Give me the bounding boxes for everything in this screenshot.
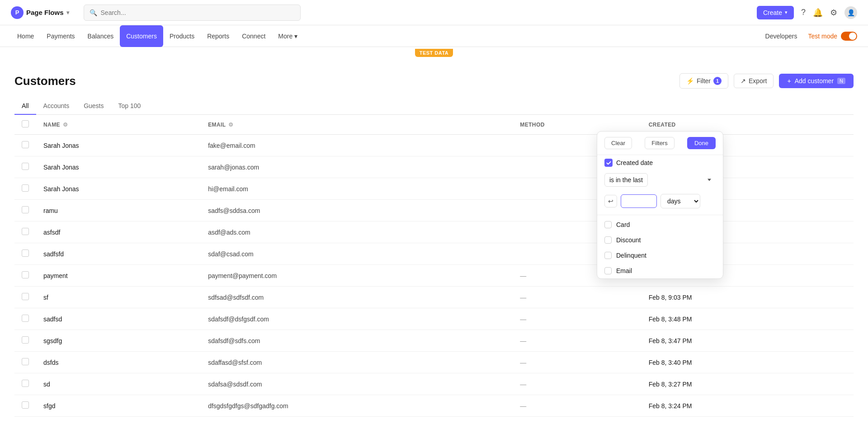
tab-guests[interactable]: Guests: [76, 98, 111, 115]
card-checkbox[interactable]: [604, 221, 612, 228]
tab-accounts[interactable]: Accounts: [36, 98, 77, 115]
row-name-cell: ramu: [36, 200, 201, 222]
table-body: Sarah Jonas fake@email.com Feb 14, 10:50…: [14, 135, 854, 417]
filter-condition-select[interactable]: is in the last is before is after is bet…: [604, 173, 648, 187]
filter-number-input[interactable]: [621, 194, 657, 208]
table-row[interactable]: Sarah Jonas fake@email.com Feb 14, 10:50…: [14, 135, 854, 156]
filter-button[interactable]: ⚡ Filter 1: [679, 73, 728, 89]
table-row[interactable]: sfgd dfsgdsfgdfgs@sdfgadfg.com — Feb 8, …: [14, 395, 854, 417]
avatar[interactable]: 👤: [844, 6, 857, 19]
test-data-badge: TEST DATA: [415, 49, 453, 57]
row-select-cell: [14, 200, 36, 222]
table-row[interactable]: sd sdafsa@sdsdf.com — Feb 8, 3:27 PM: [14, 373, 854, 395]
row-checkbox[interactable]: [22, 271, 29, 278]
nav-item-products[interactable]: Products: [163, 25, 201, 47]
row-checkbox[interactable]: [22, 401, 29, 409]
email-col-settings-icon[interactable]: ⚙: [228, 122, 233, 128]
row-checkbox[interactable]: [22, 206, 29, 213]
table-row[interactable]: sgsdfg sdafsdf@sdfs.com — Feb 8, 3:47 PM: [14, 330, 854, 352]
filter-back-button[interactable]: ↩: [604, 195, 617, 207]
filter-days-select[interactable]: days weeks months: [660, 194, 700, 208]
help-icon[interactable]: ?: [801, 8, 806, 17]
select-all-checkbox[interactable]: [22, 120, 29, 127]
table-row[interactable]: sadfsd sdafsdf@dsfgsdf.com — Feb 8, 3:48…: [14, 308, 854, 330]
test-mode-toggle[interactable]: [841, 32, 857, 41]
row-checkbox[interactable]: [22, 358, 29, 365]
row-checkbox[interactable]: [22, 163, 29, 170]
customers-table-container: NAME ⚙ EMAIL ⚙ METHOD CREATED: [14, 115, 854, 417]
filter-clear-button[interactable]: Clear: [604, 137, 632, 149]
table-row[interactable]: Sarah Jonas sarah@jonas.com Feb 14, 10:3…: [14, 156, 854, 178]
discount-checkbox[interactable]: [604, 236, 612, 244]
gear-icon[interactable]: ⚙: [830, 8, 837, 18]
developers-link[interactable]: Developers: [765, 33, 797, 40]
search-bar[interactable]: 🔍: [84, 5, 301, 21]
filter-option-card[interactable]: Card: [597, 217, 723, 232]
discount-label: Discount: [616, 236, 641, 244]
row-email-cell: asdf@ads.com: [201, 222, 513, 243]
email-label: Email: [616, 267, 632, 274]
row-checkbox[interactable]: [22, 184, 29, 192]
tab-top100[interactable]: Top 100: [111, 98, 148, 115]
row-select-cell: [14, 308, 36, 330]
search-icon: 🔍: [90, 9, 97, 16]
row-method-cell: —: [513, 308, 641, 330]
export-button[interactable]: ↗ Export: [734, 74, 774, 88]
bell-icon[interactable]: 🔔: [813, 8, 823, 18]
table-row[interactable]: asfsdf asdf@ads.com Feb 8, 9:22 PM: [14, 222, 854, 243]
table-row[interactable]: dsfds sdaffasd@sfsf.com — Feb 8, 3:40 PM: [14, 352, 854, 373]
filter-dropdown: Clear Filters Done Created date is in th…: [597, 131, 723, 279]
filter-filters-button[interactable]: Filters: [645, 137, 674, 149]
row-select-cell: [14, 352, 36, 373]
row-select-cell: [14, 156, 36, 178]
col-email: EMAIL ⚙: [201, 115, 513, 135]
filter-divider-1: [597, 215, 723, 215]
nav-item-balances[interactable]: Balances: [81, 25, 120, 47]
filter-option-email[interactable]: Email: [597, 263, 723, 278]
row-checkbox[interactable]: [22, 228, 29, 235]
nav-item-payments[interactable]: Payments: [40, 25, 81, 47]
create-button[interactable]: Create ▾: [757, 6, 794, 19]
nav-item-reports[interactable]: Reports: [201, 25, 236, 47]
email-checkbox[interactable]: [604, 267, 612, 274]
card-label: Card: [616, 221, 630, 228]
row-checkbox[interactable]: [22, 141, 29, 148]
row-checkbox[interactable]: [22, 380, 29, 387]
page-title: Customers: [14, 74, 76, 88]
topbar-right: Create ▾ ? 🔔 ⚙ 👤: [757, 6, 857, 19]
table-row[interactable]: Sarah Jonas hi@email.com Feb 14, 10:28 A…: [14, 178, 854, 200]
delinquent-checkbox[interactable]: [604, 252, 612, 259]
nav-item-more[interactable]: More ▾: [272, 25, 304, 47]
row-select-cell: [14, 373, 36, 395]
table-row[interactable]: sadfsfd sdaf@csad.com Feb 8, 9:21 PM: [14, 243, 854, 265]
row-checkbox[interactable]: [22, 336, 29, 344]
search-input[interactable]: [101, 9, 295, 16]
add-customer-button[interactable]: + Add customer N: [779, 74, 854, 88]
row-name-cell: sgsdfg: [36, 330, 201, 352]
row-checkbox[interactable]: [22, 293, 29, 300]
filter-condition-row: is in the last is before is after is bet…: [597, 170, 723, 191]
test-banner: TEST DATA: [0, 47, 868, 59]
table-row[interactable]: sf sdfsad@sdfsdf.com — Feb 8, 9:03 PM: [14, 287, 854, 308]
filter-done-button[interactable]: Done: [687, 137, 716, 149]
row-email-cell: fake@email.com: [201, 135, 513, 156]
nav-item-connect[interactable]: Connect: [236, 25, 272, 47]
filter-dropdown-header: Clear Filters Done: [597, 132, 723, 155]
row-checkbox[interactable]: [22, 250, 29, 257]
row-checkbox[interactable]: [22, 315, 29, 322]
topbar: P Page Flows ▾ 🔍 Create ▾ ? 🔔 ⚙ 👤: [0, 0, 868, 25]
row-name-cell: Sarah Jonas: [36, 178, 201, 200]
customers-table: NAME ⚙ EMAIL ⚙ METHOD CREATED: [14, 115, 854, 417]
filter-option-discount[interactable]: Discount: [597, 232, 723, 248]
name-col-settings-icon[interactable]: ⚙: [63, 122, 68, 128]
nav-item-home[interactable]: Home: [11, 25, 40, 47]
nav-item-customers[interactable]: Customers: [120, 25, 163, 47]
tab-all[interactable]: All: [14, 98, 36, 115]
logo-area[interactable]: P Page Flows ▾: [11, 6, 69, 19]
table-row[interactable]: payment payment@payment.com — Feb 8, 9:1…: [14, 265, 854, 287]
main-content: Customers ⚡ Filter 1 ↗ Export + Add cust…: [0, 59, 868, 417]
created-date-checkbox[interactable]: [604, 159, 613, 167]
table-row[interactable]: ramu sadfs@sddsa.com Feb 9, 7:22 PM: [14, 200, 854, 222]
filter-count-badge: 1: [713, 77, 722, 85]
filter-option-delinquent[interactable]: Delinquent: [597, 248, 723, 263]
